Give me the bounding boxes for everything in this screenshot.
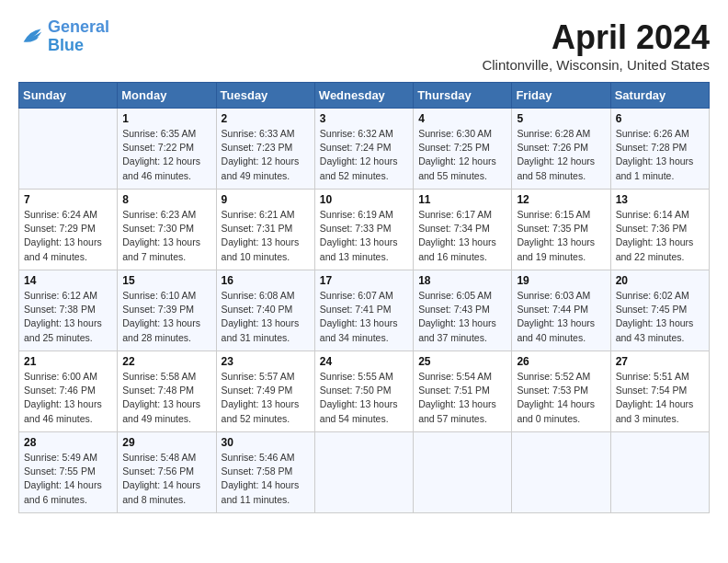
calendar-cell: 14Sunrise: 6:12 AM Sunset: 7:38 PM Dayli… [19, 270, 118, 351]
day-number: 22 [122, 355, 210, 368]
calendar-cell: 15Sunrise: 6:10 AM Sunset: 7:39 PM Dayli… [118, 270, 216, 351]
day-info: Sunrise: 5:54 AM Sunset: 7:51 PM Dayligh… [418, 370, 506, 426]
day-info: Sunrise: 6:08 AM Sunset: 7:40 PM Dayligh… [222, 289, 310, 345]
calendar-cell: 23Sunrise: 5:57 AM Sunset: 7:49 PM Dayli… [216, 351, 314, 432]
calendar-week-row: 21Sunrise: 6:00 AM Sunset: 7:46 PM Dayli… [19, 351, 710, 432]
calendar-cell: 10Sunrise: 6:19 AM Sunset: 7:33 PM Dayli… [314, 190, 413, 270]
calendar-cell: 30Sunrise: 5:46 AM Sunset: 7:58 PM Dayli… [216, 432, 314, 513]
page-header: General Blue April 2024 Clintonville, Wi… [18, 18, 710, 73]
calendar-week-row: 28Sunrise: 5:49 AM Sunset: 7:55 PM Dayli… [19, 432, 710, 513]
day-info: Sunrise: 6:32 AM Sunset: 7:24 PM Dayligh… [320, 127, 408, 183]
day-number: 16 [222, 274, 310, 287]
day-number: 8 [122, 193, 210, 206]
column-header-wednesday: Wednesday [314, 83, 413, 109]
day-number: 9 [222, 193, 310, 206]
logo-text: General Blue [48, 18, 109, 55]
calendar-cell: 24Sunrise: 5:55 AM Sunset: 7:50 PM Dayli… [314, 351, 413, 432]
day-number: 5 [517, 112, 605, 125]
day-number: 28 [24, 436, 112, 449]
calendar-cell: 7Sunrise: 6:24 AM Sunset: 7:29 PM Daylig… [19, 190, 118, 270]
day-info: Sunrise: 6:24 AM Sunset: 7:29 PM Dayligh… [24, 208, 112, 264]
day-info: Sunrise: 6:17 AM Sunset: 7:34 PM Dayligh… [418, 208, 506, 264]
day-number: 14 [24, 274, 112, 287]
calendar-cell [610, 432, 709, 513]
calendar-cell: 12Sunrise: 6:15 AM Sunset: 7:35 PM Dayli… [512, 190, 610, 270]
calendar-cell: 22Sunrise: 5:58 AM Sunset: 7:48 PM Dayli… [118, 351, 216, 432]
calendar-cell: 17Sunrise: 6:07 AM Sunset: 7:41 PM Dayli… [314, 270, 413, 351]
day-number: 3 [320, 112, 408, 125]
calendar-cell: 29Sunrise: 5:48 AM Sunset: 7:56 PM Dayli… [118, 432, 216, 513]
calendar-week-row: 14Sunrise: 6:12 AM Sunset: 7:38 PM Dayli… [19, 270, 710, 351]
day-number: 10 [320, 193, 408, 206]
calendar-header-row: SundayMondayTuesdayWednesdayThursdayFrid… [19, 83, 710, 109]
day-number: 7 [24, 193, 112, 206]
day-info: Sunrise: 6:03 AM Sunset: 7:44 PM Dayligh… [517, 289, 605, 345]
day-info: Sunrise: 6:12 AM Sunset: 7:38 PM Dayligh… [24, 289, 112, 345]
day-info: Sunrise: 6:15 AM Sunset: 7:35 PM Dayligh… [517, 208, 605, 264]
day-info: Sunrise: 6:02 AM Sunset: 7:45 PM Dayligh… [616, 289, 704, 345]
column-header-friday: Friday [512, 83, 610, 109]
day-number: 4 [418, 112, 506, 125]
day-number: 20 [616, 274, 704, 287]
day-number: 12 [517, 193, 605, 206]
title-block: April 2024 Clintonville, Wisconsin, Unit… [482, 18, 710, 73]
calendar-cell [414, 432, 512, 513]
calendar-cell: 4Sunrise: 6:30 AM Sunset: 7:25 PM Daylig… [414, 109, 512, 190]
calendar-cell: 6Sunrise: 6:26 AM Sunset: 7:28 PM Daylig… [610, 109, 709, 190]
day-info: Sunrise: 6:30 AM Sunset: 7:25 PM Dayligh… [418, 127, 506, 183]
column-header-sunday: Sunday [19, 83, 118, 109]
calendar-cell: 13Sunrise: 6:14 AM Sunset: 7:36 PM Dayli… [610, 190, 709, 270]
day-info: Sunrise: 6:19 AM Sunset: 7:33 PM Dayligh… [320, 208, 408, 264]
calendar-cell: 1Sunrise: 6:35 AM Sunset: 7:22 PM Daylig… [118, 109, 216, 190]
calendar-cell: 19Sunrise: 6:03 AM Sunset: 7:44 PM Dayli… [512, 270, 610, 351]
day-info: Sunrise: 6:14 AM Sunset: 7:36 PM Dayligh… [616, 208, 704, 264]
calendar-cell: 26Sunrise: 5:52 AM Sunset: 7:53 PM Dayli… [512, 351, 610, 432]
calendar-table: SundayMondayTuesdayWednesdayThursdayFrid… [18, 82, 710, 513]
calendar-cell: 27Sunrise: 5:51 AM Sunset: 7:54 PM Dayli… [610, 351, 709, 432]
calendar-cell: 3Sunrise: 6:32 AM Sunset: 7:24 PM Daylig… [314, 109, 413, 190]
day-info: Sunrise: 6:33 AM Sunset: 7:23 PM Dayligh… [222, 127, 310, 183]
calendar-cell [512, 432, 610, 513]
calendar-cell [19, 109, 118, 190]
calendar-cell: 16Sunrise: 6:08 AM Sunset: 7:40 PM Dayli… [216, 270, 314, 351]
day-number: 23 [222, 355, 310, 368]
day-info: Sunrise: 5:55 AM Sunset: 7:50 PM Dayligh… [320, 370, 408, 426]
day-info: Sunrise: 6:28 AM Sunset: 7:26 PM Dayligh… [517, 127, 605, 183]
day-number: 6 [616, 112, 704, 125]
calendar-cell: 28Sunrise: 5:49 AM Sunset: 7:55 PM Dayli… [19, 432, 118, 513]
day-number: 25 [418, 355, 506, 368]
day-number: 13 [616, 193, 704, 206]
calendar-cell: 21Sunrise: 6:00 AM Sunset: 7:46 PM Dayli… [19, 351, 118, 432]
calendar-cell: 2Sunrise: 6:33 AM Sunset: 7:23 PM Daylig… [216, 109, 314, 190]
column-header-thursday: Thursday [414, 83, 512, 109]
day-number: 2 [222, 112, 310, 125]
day-info: Sunrise: 6:26 AM Sunset: 7:28 PM Dayligh… [616, 127, 704, 183]
calendar-week-row: 1Sunrise: 6:35 AM Sunset: 7:22 PM Daylig… [19, 109, 710, 190]
month-year-heading: April 2024 [482, 18, 710, 57]
day-info: Sunrise: 5:46 AM Sunset: 7:58 PM Dayligh… [222, 451, 310, 507]
day-info: Sunrise: 5:57 AM Sunset: 7:49 PM Dayligh… [222, 370, 310, 426]
day-info: Sunrise: 6:05 AM Sunset: 7:43 PM Dayligh… [418, 289, 506, 345]
day-info: Sunrise: 6:23 AM Sunset: 7:30 PM Dayligh… [122, 208, 210, 264]
day-number: 26 [517, 355, 605, 368]
day-number: 15 [122, 274, 210, 287]
calendar-cell [314, 432, 413, 513]
logo: General Blue [18, 18, 109, 55]
column-header-monday: Monday [118, 83, 216, 109]
day-number: 24 [320, 355, 408, 368]
day-number: 17 [320, 274, 408, 287]
day-number: 27 [616, 355, 704, 368]
day-info: Sunrise: 6:35 AM Sunset: 7:22 PM Dayligh… [122, 127, 210, 183]
calendar-cell: 5Sunrise: 6:28 AM Sunset: 7:26 PM Daylig… [512, 109, 610, 190]
logo-bird-icon [18, 24, 44, 50]
day-number: 18 [418, 274, 506, 287]
calendar-cell: 25Sunrise: 5:54 AM Sunset: 7:51 PM Dayli… [414, 351, 512, 432]
day-number: 19 [517, 274, 605, 287]
day-info: Sunrise: 5:58 AM Sunset: 7:48 PM Dayligh… [122, 370, 210, 426]
location-text: Clintonville, Wisconsin, United States [482, 57, 710, 73]
day-number: 29 [122, 436, 210, 449]
calendar-cell: 18Sunrise: 6:05 AM Sunset: 7:43 PM Dayli… [414, 270, 512, 351]
calendar-cell: 20Sunrise: 6:02 AM Sunset: 7:45 PM Dayli… [610, 270, 709, 351]
day-number: 11 [418, 193, 506, 206]
day-info: Sunrise: 6:07 AM Sunset: 7:41 PM Dayligh… [320, 289, 408, 345]
